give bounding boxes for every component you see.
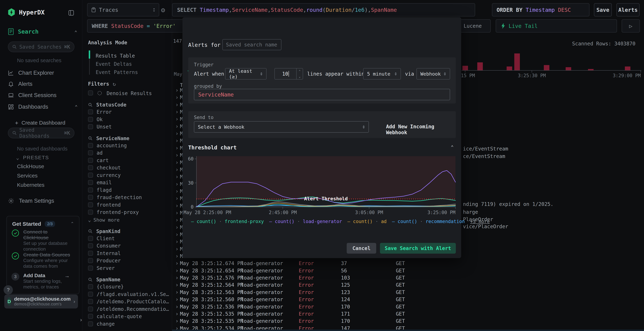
user-menu[interactable]: D demos@clickhouse.com demos@clickhouse.… bbox=[4, 295, 78, 309]
sidebar-item-team-settings[interactable]: Team Settings bbox=[8, 198, 54, 204]
mode-event-deltas[interactable]: Event Deltas bbox=[96, 61, 132, 67]
filter-option-client[interactable]: Client bbox=[96, 236, 115, 242]
filter-option-fraud-detection[interactable]: fraud-detection bbox=[96, 194, 142, 200]
filter-option-email[interactable]: email bbox=[96, 180, 112, 186]
expand-row-icon[interactable]: › bbox=[175, 188, 178, 194]
filter-option-internal[interactable]: Internal bbox=[96, 250, 121, 256]
denoise-checkbox[interactable] bbox=[88, 90, 93, 95]
legend-item[interactable]: — count() · frontend-proxy bbox=[191, 219, 264, 224]
filter-checkbox[interactable] bbox=[88, 117, 93, 122]
filter-checkbox[interactable] bbox=[88, 321, 93, 326]
filter-option-checkout[interactable]: checkout bbox=[96, 165, 121, 171]
add-webhook-button[interactable]: Add New Incoming Webhook bbox=[386, 124, 456, 135]
filter-checkbox[interactable] bbox=[88, 180, 93, 185]
table-row[interactable]: ›May 28 3:25:12.535 PMload-generatorErro… bbox=[172, 310, 644, 318]
lucene-toggle[interactable]: Lucene bbox=[464, 23, 482, 29]
legend-item[interactable]: — count() · recommendation bbox=[392, 219, 465, 224]
mode-event-patterns[interactable]: Event Patterns bbox=[96, 69, 138, 75]
get-started-step-2[interactable]: Create Data SourcesConfigure where yourd… bbox=[12, 252, 75, 269]
sidebar-collapse-icon[interactable] bbox=[68, 10, 74, 16]
legend-more-link[interactable]: +3 more bbox=[470, 219, 490, 224]
chevron-up-icon[interactable]: ⌃ bbox=[451, 144, 454, 150]
filter-checkbox[interactable] bbox=[88, 150, 93, 155]
filter-option--flagd-evaluation-v1-se-[interactable]: /flagd.evaluation.v1.Se… bbox=[96, 291, 169, 297]
filter-group-statuscode[interactable]: StatusCode bbox=[88, 102, 126, 108]
filter-option-producer[interactable]: Producer bbox=[96, 258, 121, 264]
chevron-up-icon[interactable]: ⌃ bbox=[70, 221, 74, 226]
table-row[interactable]: ›May 28 3:25:12.576 PMload-generatorErro… bbox=[172, 274, 644, 281]
expand-row-icon[interactable]: › bbox=[175, 238, 178, 245]
expand-row-icon[interactable]: › bbox=[175, 130, 178, 137]
create-dashboard-button[interactable]: + Create Dashboard bbox=[15, 120, 65, 126]
chevron-up-icon[interactable]: ⌃ bbox=[74, 30, 77, 35]
expand-row-icon[interactable]: › bbox=[175, 260, 178, 266]
save-button[interactable]: Save bbox=[594, 3, 612, 16]
preset-clickhouse[interactable]: ClickHouse bbox=[17, 163, 44, 169]
preset-kubernetes[interactable]: Kubernetes bbox=[17, 182, 44, 188]
expand-row-icon[interactable]: › bbox=[175, 224, 178, 230]
expand-row-icon[interactable]: › bbox=[175, 152, 178, 158]
get-started-step-1[interactable]: Connect toClickHouseSet up your database… bbox=[12, 229, 75, 252]
expand-row-icon[interactable]: › bbox=[175, 203, 178, 209]
play-button[interactable]: ▷ bbox=[622, 19, 640, 32]
expand-row-icon[interactable]: › bbox=[175, 181, 178, 187]
expand-row-icon[interactable]: › bbox=[175, 296, 178, 303]
filter-option-error[interactable]: Error bbox=[96, 109, 112, 115]
sidebar-item-alerts[interactable]: Alerts bbox=[8, 81, 32, 87]
sidebar-item-search[interactable]: Search bbox=[8, 28, 39, 35]
expand-row-icon[interactable]: › bbox=[175, 217, 178, 223]
horizontal-scrollbar[interactable] bbox=[172, 330, 644, 331]
stepper-down-icon[interactable]: ⌄ bbox=[296, 74, 303, 79]
save-search-with-alert-button[interactable]: Save Search with Alert bbox=[380, 243, 456, 254]
legend-item[interactable]: — count() · load-generator bbox=[269, 219, 342, 224]
filter-checkbox[interactable] bbox=[88, 202, 93, 207]
filter-checkbox[interactable] bbox=[88, 143, 93, 148]
expand-row-icon[interactable]: › bbox=[175, 145, 178, 151]
filter-group-spanname[interactable]: SpanName bbox=[88, 277, 120, 283]
filter-option-unset[interactable]: Unset bbox=[96, 124, 112, 130]
alerts-button[interactable]: Alerts bbox=[616, 3, 640, 16]
expand-row-icon[interactable]: › bbox=[175, 318, 178, 324]
filter-option-frontend-proxy[interactable]: frontend-proxy bbox=[96, 209, 139, 215]
filter-option-flagd[interactable]: flagd bbox=[96, 187, 112, 193]
filter-checkbox[interactable] bbox=[88, 210, 93, 215]
saved-dashboards-input[interactable]: Saved Dashboards ⌘K bbox=[8, 128, 74, 138]
sidebar-item-client-sessions[interactable]: Client Sessions bbox=[8, 92, 56, 98]
filter-option-change[interactable]: change bbox=[96, 321, 115, 327]
filter-checkbox[interactable] bbox=[88, 236, 93, 241]
expand-row-icon[interactable]: › bbox=[175, 166, 178, 173]
filter-checkbox[interactable] bbox=[88, 299, 93, 304]
filter-checkbox[interactable] bbox=[88, 307, 93, 312]
arrow-right-icon[interactable]: → bbox=[64, 273, 70, 279]
expand-row-icon[interactable]: › bbox=[175, 210, 178, 216]
filter-option--oteldemo-recommendatio-[interactable]: /oteldemo.Recommendatio… bbox=[96, 306, 169, 312]
filter-checkbox[interactable] bbox=[88, 165, 93, 170]
table-row[interactable]: ›May 28 3:25:12.674 PMload-generatorErro… bbox=[172, 260, 644, 267]
filter-option-currency[interactable]: currency bbox=[96, 172, 121, 178]
filter-option-accounting[interactable]: accounting bbox=[96, 143, 127, 149]
filter-option-consumer[interactable]: Consumer bbox=[96, 243, 121, 249]
gear-icon[interactable]: ⚙ bbox=[161, 6, 165, 14]
denoise-label[interactable]: Denoise Results bbox=[106, 90, 152, 96]
filter-group-spankind[interactable]: SpanKind bbox=[88, 228, 120, 234]
table-row[interactable]: ›May 28 3:25:12.535 PMload-generatorErro… bbox=[172, 318, 644, 325]
get-started-step-3[interactable]: 3Add DataStart sending logs,metrics, or … bbox=[12, 273, 75, 290]
channel-select[interactable]: Webhook bbox=[416, 68, 450, 79]
sidebar-item-chart-explorer[interactable]: Chart Explorer bbox=[8, 70, 54, 76]
filter-checkbox[interactable] bbox=[88, 251, 93, 256]
filter-checkbox[interactable] bbox=[88, 158, 93, 163]
filter-option-ok[interactable]: Ok bbox=[96, 116, 103, 122]
refresh-icon[interactable]: ↻ bbox=[113, 81, 116, 87]
filter-checkbox[interactable] bbox=[88, 173, 93, 178]
orderby-input[interactable]: ORDER BY Timestamp DESC bbox=[492, 3, 590, 16]
sidebar-item-dashboards[interactable]: Dashboards⌃ bbox=[8, 104, 48, 110]
expand-row-icon[interactable]: › bbox=[175, 231, 178, 238]
expand-row-icon[interactable]: › bbox=[175, 195, 178, 201]
expand-row-icon[interactable]: › bbox=[175, 311, 178, 317]
cancel-button[interactable]: Cancel bbox=[347, 243, 376, 254]
expand-row-icon[interactable]: › bbox=[175, 123, 178, 129]
source-select[interactable]: Traces bbox=[87, 3, 159, 16]
mode-results-table[interactable]: Results Table bbox=[96, 53, 135, 59]
expand-row-icon[interactable]: › bbox=[175, 159, 178, 165]
expand-row-icon[interactable]: › bbox=[175, 101, 178, 108]
